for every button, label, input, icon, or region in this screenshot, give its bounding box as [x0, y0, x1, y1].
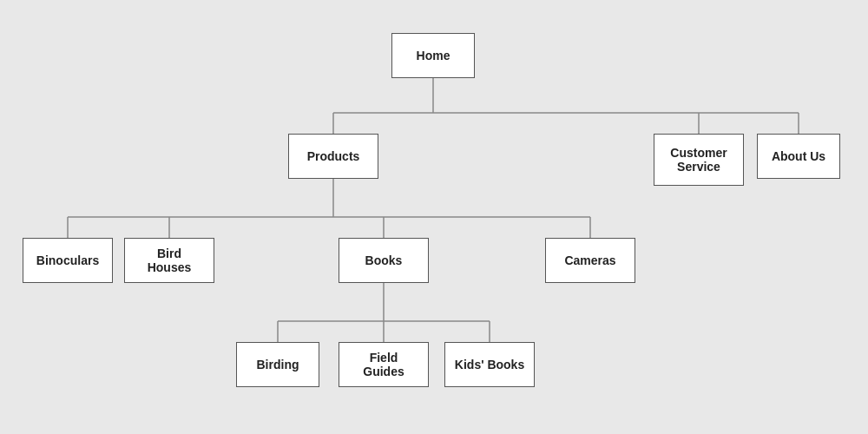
cameras-node[interactable]: Cameras	[545, 238, 635, 283]
customer-service-node[interactable]: Customer Service	[654, 134, 744, 186]
field-guides-node[interactable]: Field Guides	[339, 342, 429, 387]
bird-houses-node[interactable]: Bird Houses	[124, 238, 214, 283]
kids-books-node[interactable]: Kids' Books	[444, 342, 535, 387]
binoculars-node[interactable]: Binoculars	[23, 238, 113, 283]
home-node[interactable]: Home	[391, 33, 475, 78]
tree-diagram: Home Products Customer Service About Us …	[0, 0, 868, 434]
products-node[interactable]: Products	[288, 134, 378, 179]
books-node[interactable]: Books	[339, 238, 429, 283]
about-us-node[interactable]: About Us	[757, 134, 840, 179]
birding-node[interactable]: Birding	[236, 342, 319, 387]
